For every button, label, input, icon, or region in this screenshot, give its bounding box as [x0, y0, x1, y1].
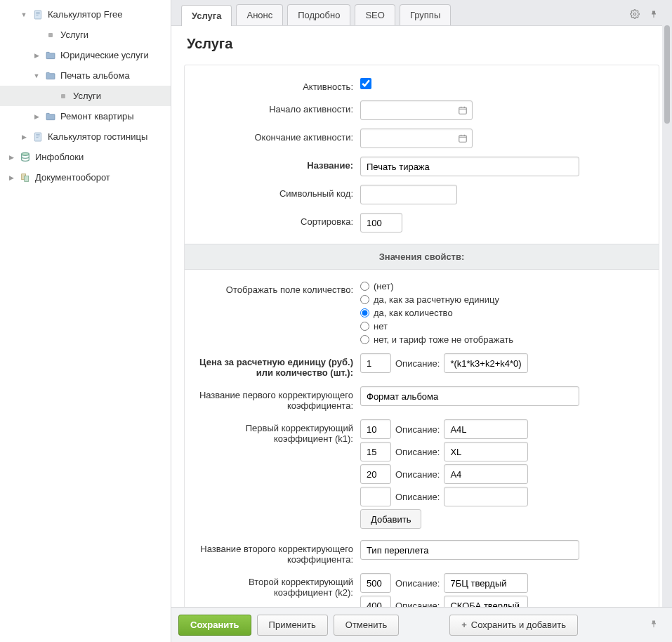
qty-radio-option[interactable]: да, как количество	[360, 308, 513, 318]
sidebar-item[interactable]: ▶Инфоблоки	[0, 147, 171, 167]
qty-radio-option[interactable]: да, как за расчетную единицу	[360, 294, 513, 305]
k2-name-label: Название второго корректирующего коэффиц…	[196, 540, 360, 565]
chevron-down-icon[interactable]: ▼	[20, 11, 28, 18]
radio-label: да, как количество	[374, 308, 453, 318]
chevron-right-icon[interactable]: ▶	[20, 133, 28, 140]
coef-value-input[interactable]	[360, 464, 391, 484]
coef-desc-input[interactable]	[444, 487, 528, 506]
sidebar-item[interactable]: ▶Ремонт квартиры	[0, 106, 171, 126]
coef-desc-input[interactable]	[444, 419, 528, 439]
end-activity-label: Окончание активности:	[196, 129, 360, 143]
svg-rect-4	[25, 176, 29, 181]
radio-input[interactable]	[360, 295, 369, 304]
sidebar: ▼Калькулятор FreeУслуги▶Юридические услу…	[0, 0, 171, 642]
qty-radio-group: (нет)да, как за расчетную единицуда, как…	[360, 281, 513, 345]
db-icon	[20, 152, 31, 162]
sidebar-item[interactable]: ▶Юридические услуги	[0, 45, 171, 65]
pin-icon[interactable]	[643, 619, 665, 631]
page-icon	[32, 132, 44, 142]
properties-header: Значения свойств:	[185, 244, 659, 270]
sidebar-item-label: Услуги	[73, 91, 166, 101]
sidebar-item[interactable]: Услуги	[0, 86, 171, 106]
radio-label: нет	[374, 321, 388, 332]
coef-value-input[interactable]	[360, 487, 391, 506]
coef-desc-label: Описание:	[395, 424, 440, 435]
chevron-right-icon[interactable]: ▶	[32, 113, 41, 120]
coef-desc-input[interactable]	[444, 573, 528, 593]
name-input[interactable]	[360, 157, 579, 176]
radio-input[interactable]	[360, 322, 369, 331]
sidebar-item[interactable]: ▶Калькулятор гостиницы	[0, 126, 171, 147]
sidebar-item[interactable]: Услуги	[0, 25, 171, 45]
qty-radio-option[interactable]: нет	[360, 321, 513, 332]
sidebar-item[interactable]: ▶Документооборот	[0, 167, 171, 188]
chevron-down-icon[interactable]: ▼	[32, 72, 41, 79]
tab[interactable]: SEO	[355, 4, 395, 25]
radio-input[interactable]	[360, 282, 369, 291]
tab[interactable]: Услуга	[181, 5, 232, 26]
chevron-right-icon[interactable]: ▶	[32, 52, 41, 59]
sort-input[interactable]	[360, 213, 402, 232]
radio-input[interactable]	[360, 335, 369, 344]
k2-name-input[interactable]	[360, 540, 579, 560]
k2-coef-label: Второй корректирующий коэффициент (k2):	[196, 573, 360, 598]
price-value-input[interactable]	[360, 353, 391, 373]
tab[interactable]: Группы	[400, 4, 451, 25]
calendar-icon[interactable]	[456, 131, 470, 145]
code-label: Символьный код:	[196, 185, 360, 199]
coef-desc-input[interactable]	[444, 442, 528, 461]
code-input[interactable]	[360, 185, 457, 204]
form-panel: Активность: Начало активности:	[184, 65, 659, 642]
chevron-right-icon[interactable]: ▶	[7, 174, 15, 181]
sidebar-item[interactable]: ▼Печать альбома	[0, 65, 171, 86]
scroll-thumb[interactable]	[664, 25, 670, 124]
svg-point-5	[633, 13, 636, 15]
apply-button[interactable]: Применить	[257, 615, 328, 636]
folder-icon	[45, 71, 56, 81]
sidebar-item-label: Ремонт квартиры	[60, 111, 166, 122]
price-desc-input[interactable]	[444, 353, 528, 373]
svg-rect-7	[459, 136, 467, 142]
gear-icon[interactable]	[630, 9, 640, 21]
pin-icon[interactable]	[650, 9, 658, 21]
radio-label: (нет)	[374, 281, 394, 291]
coef-value-input[interactable]	[360, 442, 391, 461]
dot-icon	[45, 30, 56, 40]
calendar-icon[interactable]	[456, 103, 470, 117]
price-desc-label: Описание:	[395, 358, 440, 369]
sidebar-item[interactable]: ▼Калькулятор Free	[0, 4, 171, 25]
sort-label: Сортировка:	[196, 213, 360, 227]
content-scroll[interactable]: Услуга Активность: Начало активности:	[171, 26, 672, 642]
activity-checkbox[interactable]	[360, 78, 371, 89]
qty-radio-option[interactable]: (нет)	[360, 281, 513, 291]
qty-radio-option[interactable]: нет, и тариф тоже не отображать	[360, 334, 513, 345]
footer: Сохранить Применить Отменить Сохранить и…	[171, 607, 672, 642]
cancel-button[interactable]: Отменить	[334, 615, 399, 636]
k1-name-input[interactable]	[360, 386, 579, 406]
radio-input[interactable]	[360, 308, 369, 317]
svg-rect-6	[459, 107, 467, 114]
coef-desc-input[interactable]	[444, 464, 528, 484]
svg-rect-1	[34, 133, 41, 141]
page-icon	[32, 10, 44, 20]
coef-desc-label: Описание:	[395, 578, 440, 589]
page-title: Услуга	[187, 36, 659, 52]
coef-row: Описание:	[360, 419, 528, 439]
add-button[interactable]: Добавить	[360, 509, 421, 529]
tab[interactable]: Подробно	[287, 4, 350, 25]
sidebar-item-label: Калькулятор гостиницы	[48, 131, 166, 142]
dot-icon	[58, 91, 69, 101]
chevron-right-icon[interactable]: ▶	[7, 154, 15, 161]
folder-icon	[45, 51, 56, 60]
svg-rect-0	[34, 11, 41, 19]
tab[interactable]: Анонс	[236, 4, 283, 25]
coef-value-input[interactable]	[360, 573, 391, 593]
coef-value-input[interactable]	[360, 419, 391, 439]
k1-coef-label: Первый корректирующий коэффициент (k1):	[196, 419, 360, 444]
sidebar-item-label: Калькулятор Free	[48, 9, 166, 20]
save-and-add-button[interactable]: Сохранить и добавить	[449, 615, 578, 636]
main-area: УслугаАнонсПодробноSEOГруппы Услуга Акти…	[171, 0, 672, 642]
save-button[interactable]: Сохранить	[178, 615, 251, 636]
scrollbar[interactable]	[662, 0, 672, 607]
radio-label: нет, и тариф тоже не отображать	[374, 334, 513, 345]
